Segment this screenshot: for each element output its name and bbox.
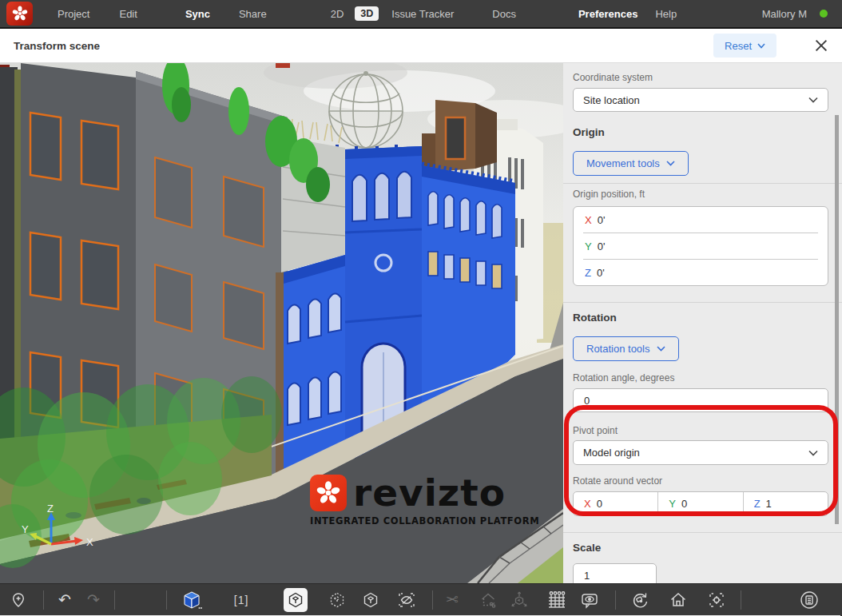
isolate-object-icon[interactable]: [284, 588, 308, 612]
reset-button[interactable]: Reset: [713, 34, 776, 58]
focus-selection-icon[interactable]: [707, 590, 726, 610]
viewpoint-count[interactable]: [1]: [234, 594, 249, 606]
origin-x-value: 0': [598, 214, 606, 226]
origin-x-field[interactable]: X 0': [574, 207, 828, 232]
pivot-point-value: Model origin: [583, 447, 640, 459]
revizto-app-window: Project Edit Sync Share 2D 3D Issue Trac…: [0, 0, 842, 616]
location-pin-add-icon[interactable]: [10, 591, 27, 609]
vector-x-field[interactable]: X 0: [574, 492, 658, 515]
revizto-logo-icon: [310, 475, 347, 511]
coordinate-system-select[interactable]: Site location: [573, 88, 828, 112]
watermark-title: revizto: [353, 475, 506, 511]
vector-z-value: 1: [766, 498, 772, 510]
menu-bar: Project Edit Sync Share 2D 3D Issue Trac…: [0, 0, 842, 29]
origin-heading: Origin: [573, 126, 828, 138]
vector-x-value: 0: [597, 498, 602, 510]
transform-panel: Coordinate system Site location Origin M…: [563, 63, 842, 583]
3d-viewport[interactable]: revizto INTEGRATED COLLABORATION PLATFOR…: [0, 63, 563, 583]
scale-input[interactable]: [573, 563, 657, 583]
menu-2d[interactable]: 2D: [331, 8, 344, 20]
menu-share[interactable]: Share: [239, 8, 267, 20]
movement-tools-label: Movement tools: [586, 157, 660, 169]
scale-heading: Scale: [573, 542, 828, 554]
vector-y-field[interactable]: Y 0: [658, 492, 743, 515]
rotation-vector-box: X 0 Y 0 Z 1: [573, 491, 828, 516]
show-object-icon[interactable]: [362, 591, 379, 609]
menu-docs[interactable]: Docs: [492, 8, 516, 20]
transform-scene-header: Transform scene Reset: [0, 29, 842, 63]
origin-position-label: Origin position, ft: [573, 189, 828, 200]
revizto-app-logo-icon[interactable]: [6, 2, 33, 26]
menu-help[interactable]: Help: [655, 8, 677, 20]
undo-icon[interactable]: ↶: [58, 592, 71, 607]
origin-y-field[interactable]: Y 0': [574, 233, 828, 259]
vector-y-value: 0: [681, 498, 687, 510]
chevron-down-icon: [657, 346, 665, 352]
report-icon[interactable]: [799, 590, 820, 610]
rotation-tools-label: Rotation tools: [586, 343, 650, 355]
origin-position-box: X 0' Y 0' Z 0': [573, 206, 828, 286]
rotation-tools-button[interactable]: Rotation tools: [573, 336, 679, 361]
origin-y-value: 0': [598, 240, 606, 252]
origin-z-value: 0': [597, 267, 605, 279]
rotation-angle-label: Rotation angle, degrees: [573, 372, 828, 384]
movement-tools-button[interactable]: Movement tools: [573, 151, 689, 176]
coordinate-system-value: Site location: [583, 94, 640, 106]
origin-z-field[interactable]: Z 0': [574, 260, 828, 285]
cut-section-icon[interactable]: ✂: [446, 592, 459, 607]
reset-view-icon[interactable]: [630, 590, 649, 610]
menu-preferences[interactable]: Preferences: [578, 8, 637, 20]
ghost-object-icon[interactable]: [328, 591, 346, 609]
hide-object-icon[interactable]: [397, 590, 416, 610]
menu-project[interactable]: Project: [58, 8, 89, 20]
pivot-point-select[interactable]: Model origin: [573, 440, 828, 465]
x-axis-label: X: [585, 214, 592, 226]
page-title: Transform scene: [14, 40, 100, 52]
user-name[interactable]: Mallory M: [762, 8, 807, 20]
chevron-down-icon: [757, 43, 765, 49]
online-status-dot-icon: [820, 10, 828, 18]
chevron-down-icon: [808, 97, 818, 103]
z-axis-label: Z: [754, 498, 761, 510]
chevron-down-icon: [808, 450, 818, 456]
rotation-heading: Rotation: [573, 312, 828, 324]
redo-icon[interactable]: ↷: [87, 592, 100, 607]
revizto-watermark: revizto INTEGRATED COLLABORATION PLATFOR…: [310, 475, 534, 527]
z-axis-label: Z: [585, 267, 591, 279]
pivot-point-label: Pivot point: [573, 425, 828, 436]
x-axis-label: X: [584, 498, 591, 510]
clip-house-icon[interactable]: [479, 591, 497, 609]
vector-z-field[interactable]: Z 1: [744, 492, 828, 515]
menu-3d-active[interactable]: 3D: [355, 6, 379, 21]
axis-y-label: Y: [22, 523, 29, 535]
close-icon[interactable]: [813, 38, 829, 54]
chevron-down-icon: [666, 161, 675, 166]
menu-edit[interactable]: Edit: [119, 8, 137, 20]
selection-cube-icon[interactable]: [181, 590, 202, 610]
reset-label: Reset: [725, 40, 752, 52]
axis-x-label: X: [86, 536, 93, 548]
coordinate-system-label: Coordinate system: [573, 72, 828, 83]
panel-scrollbar[interactable]: [835, 115, 839, 524]
grid-icon[interactable]: [546, 590, 566, 610]
axis-gizmo: Z X Y: [21, 504, 97, 565]
viewpoint-comment-icon[interactable]: [580, 590, 599, 610]
watermark-subtitle: INTEGRATED COLLABORATION PLATFORM: [310, 515, 534, 527]
rotate-around-vector-label: Rotate around vector: [573, 475, 828, 487]
home-view-icon[interactable]: [669, 590, 688, 610]
y-axis-label: Y: [585, 240, 592, 252]
menu-issue-tracker[interactable]: Issue Tracker: [391, 8, 454, 20]
y-axis-label: Y: [669, 498, 676, 510]
axis-z-label: Z: [47, 504, 54, 515]
revizto-asterisk-icon: [11, 5, 29, 22]
move-object-icon[interactable]: [510, 590, 529, 610]
viewer-toolbar: ↶ ↷ [1]: [0, 583, 842, 615]
rotation-angle-input[interactable]: [573, 388, 828, 412]
menu-sync[interactable]: Sync: [185, 8, 210, 20]
